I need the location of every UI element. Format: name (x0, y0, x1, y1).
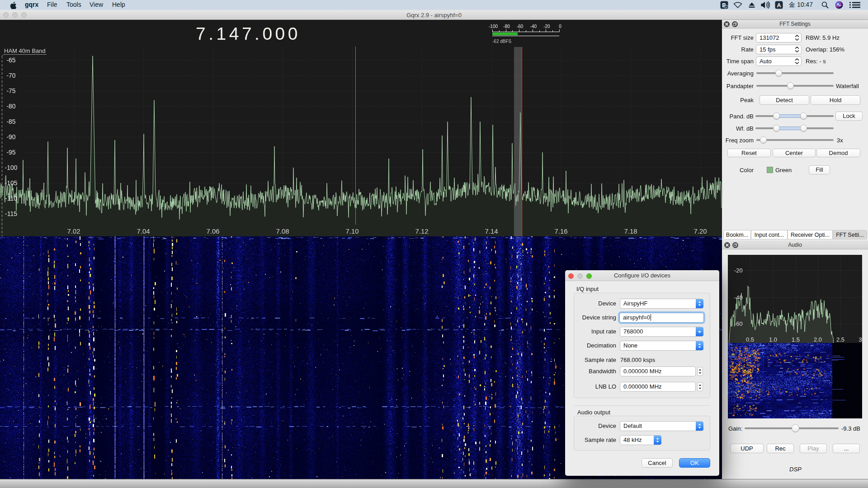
svg-text:A: A (777, 2, 781, 9)
